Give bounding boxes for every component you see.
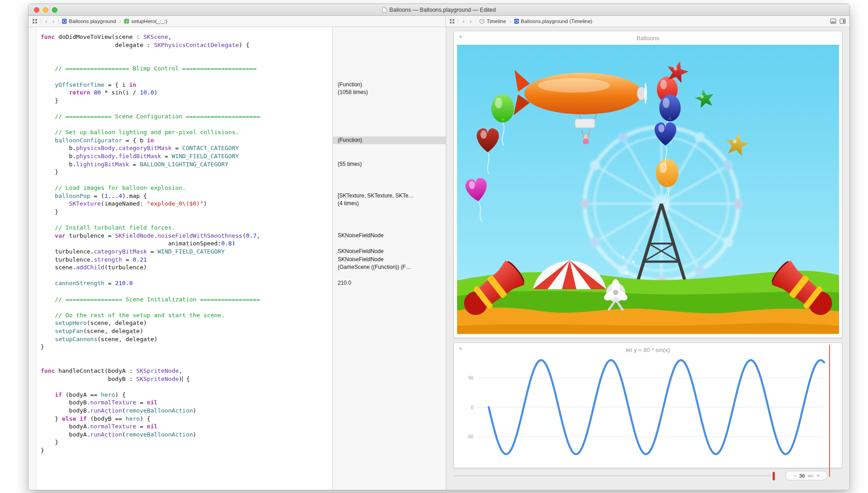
code-text[interactable]: func doDidMoveToView(scene : SKScene, bbox=[28, 33, 332, 41]
right-panel-icon[interactable] bbox=[840, 19, 846, 24]
code-text[interactable]: } bbox=[28, 208, 332, 216]
code-text[interactable]: turbulence.categoryBitMask = WIND_FIELD_… bbox=[28, 248, 332, 256]
result-empty bbox=[332, 431, 446, 439]
code-text[interactable]: var turbulence = SKFieldNode.noiseFieldW… bbox=[28, 232, 332, 240]
code-text[interactable]: // ============= Scene Configuration ===… bbox=[28, 113, 332, 121]
timeline-playhead[interactable] bbox=[829, 345, 830, 477]
code-text[interactable]: bodyB : SKSpriteNode) { bbox=[28, 375, 332, 383]
result-value[interactable]: SKNoiseFieldNode bbox=[332, 232, 446, 240]
document-proxy-icon[interactable] bbox=[382, 7, 387, 13]
code-text[interactable] bbox=[28, 57, 332, 65]
code-text[interactable]: // Do the rest of the setup and start th… bbox=[28, 311, 332, 319]
code-text[interactable] bbox=[28, 359, 332, 367]
result-value[interactable]: (GameScene ((Function)) (F… bbox=[332, 263, 446, 272]
code-text[interactable]: balloonPop = (1...4).map { bbox=[28, 192, 332, 200]
code-text[interactable] bbox=[28, 287, 332, 296]
code-text[interactable]: SKTexture(imageNamed: "explode_0\($0)") bbox=[28, 200, 332, 208]
code-text[interactable]: // ================ Scene Initialization… bbox=[28, 296, 332, 304]
code-text[interactable]: cannonStrength = 210.0 bbox=[28, 279, 332, 287]
code-text[interactable]: bodyA.runAction(removeBalloonAction) bbox=[28, 431, 332, 439]
code-text[interactable]: b.lightingBitMask = BALLOON_LIGHTING_CAT… bbox=[28, 160, 332, 169]
breadcrumb-function[interactable]: f setupHero(_:_:) bbox=[124, 19, 167, 24]
result-value[interactable]: (4 times) bbox=[332, 200, 446, 208]
code-text[interactable] bbox=[28, 104, 332, 113]
result-value[interactable]: (1058 times) bbox=[332, 89, 446, 97]
code-text[interactable]: balloonConfigurator = { b in bbox=[28, 136, 332, 145]
minimize-window-button[interactable] bbox=[43, 7, 48, 13]
code-text[interactable]: yOffsetForTime = { i in bbox=[28, 81, 332, 89]
forward-button[interactable]: › bbox=[52, 18, 56, 24]
code-text[interactable]: } bbox=[28, 438, 332, 446]
bottom-panel-icon[interactable] bbox=[830, 19, 836, 24]
code-text[interactable]: // Install turbulant field forces. bbox=[28, 224, 332, 232]
code-text[interactable] bbox=[28, 383, 332, 391]
result-value[interactable]: (Function) bbox=[332, 136, 446, 145]
result-empty bbox=[332, 65, 446, 73]
code-line bbox=[28, 104, 446, 113]
code-text[interactable] bbox=[28, 216, 332, 224]
result-value[interactable]: (55 times) bbox=[332, 160, 446, 169]
scrubber-track[interactable] bbox=[454, 475, 772, 476]
code-text[interactable]: return 80 * sin(i / 10.0) bbox=[28, 89, 332, 97]
forward-button[interactable]: › bbox=[469, 18, 473, 24]
code-text[interactable]: scene.addChild(turbulence) bbox=[28, 263, 332, 272]
code-text[interactable] bbox=[28, 49, 332, 57]
code-text[interactable] bbox=[28, 272, 332, 280]
code-text[interactable]: setupCannons(scene, delegate) bbox=[28, 335, 332, 343]
code-text[interactable]: if (bodyA == hero) { bbox=[28, 391, 332, 399]
result-empty bbox=[332, 375, 446, 383]
code-text[interactable]: setupHero(scene, delegate) bbox=[28, 319, 332, 327]
code-text[interactable] bbox=[28, 121, 332, 129]
code-text[interactable] bbox=[28, 351, 332, 359]
close-window-button[interactable] bbox=[34, 7, 39, 13]
code-text[interactable] bbox=[28, 176, 332, 184]
code-text[interactable]: animationSpeed:0.8) bbox=[28, 239, 332, 248]
code-line: bodyB.normalTexture = nil bbox=[28, 399, 446, 407]
result-value[interactable]: 210.0 bbox=[332, 279, 446, 287]
code-text[interactable]: // ================== Blimp Control ====… bbox=[28, 65, 332, 73]
code-text[interactable]: } bbox=[28, 446, 332, 455]
close-icon[interactable]: × bbox=[459, 346, 462, 352]
related-items-icon[interactable] bbox=[449, 19, 455, 24]
code-text[interactable]: } else if (bodyB == hero) { bbox=[28, 415, 332, 423]
close-icon[interactable]: × bbox=[459, 34, 462, 40]
result-value[interactable]: [SKTexture, SKTexture, SKTe… bbox=[332, 192, 446, 200]
code-text[interactable]: setupFan(scene, delegate) bbox=[28, 327, 332, 335]
sine-chart: 500-50 bbox=[457, 357, 839, 464]
code-text[interactable]: bodyB.normalTexture = nil bbox=[28, 399, 332, 407]
code-text[interactable]: turbulence.strength = 0.21 bbox=[28, 256, 332, 264]
title-bar[interactable]: Balloons — Balloons.playground — Edited bbox=[28, 4, 849, 16]
result-value[interactable]: SKNoiseFieldNode bbox=[332, 256, 446, 264]
code-text[interactable]: b.physicsBody.categoryBitMask = CONTACT_… bbox=[28, 144, 332, 152]
code-text[interactable]: } bbox=[28, 97, 332, 105]
code-text[interactable]: // Load images for balloon explosion. bbox=[28, 184, 332, 192]
result-value[interactable]: SKNoiseFieldNode bbox=[332, 248, 446, 256]
code-text[interactable] bbox=[28, 73, 332, 81]
code-text[interactable]: bodyB.runAction(removeBalloonAction) bbox=[28, 407, 332, 415]
source-editor[interactable]: func doDidMoveToView(scene : SKScene, de… bbox=[28, 27, 446, 490]
code-text[interactable] bbox=[28, 303, 332, 311]
function-icon: f bbox=[124, 19, 129, 24]
code-text[interactable]: bodyA.normalTexture = nil bbox=[28, 423, 332, 431]
code-line: } bbox=[28, 343, 446, 351]
related-items-icon[interactable] bbox=[32, 19, 38, 24]
duration-decrease-button[interactable]: − bbox=[793, 473, 797, 479]
code-text[interactable]: b.physicsBody.fieldBitMask = WIND_FIELD_… bbox=[28, 152, 332, 160]
breadcrumb-timeline-doc[interactable]: Balloons.playground (Timeline) bbox=[514, 19, 592, 24]
result-value[interactable]: (Function) bbox=[332, 81, 446, 89]
back-button[interactable]: ‹ bbox=[44, 18, 48, 24]
back-button[interactable]: ‹ bbox=[462, 18, 466, 24]
code-line: turbulence.categoryBitMask = WIND_FIELD_… bbox=[28, 248, 446, 256]
breadcrumb-timeline[interactable]: Timeline bbox=[479, 19, 506, 24]
scrubber-thumb[interactable] bbox=[773, 472, 775, 480]
breadcrumb-file[interactable]: Balloons.playground bbox=[62, 19, 116, 24]
code-text[interactable]: func handleContact(bodyA : SKSpriteNode, bbox=[28, 367, 332, 375]
code-text[interactable]: delegate : SKPhysicsContactDelegate) { bbox=[28, 41, 332, 49]
duration-stepper[interactable]: − 30 sec + bbox=[785, 471, 828, 480]
result-empty bbox=[332, 359, 446, 367]
code-text[interactable]: } bbox=[28, 343, 332, 351]
code-text[interactable]: // Set up balloon lighting and per-pixel… bbox=[28, 128, 332, 136]
zoom-window-button[interactable] bbox=[52, 7, 57, 13]
duration-increase-button[interactable]: + bbox=[816, 473, 820, 479]
code-text[interactable]: } bbox=[28, 168, 332, 176]
